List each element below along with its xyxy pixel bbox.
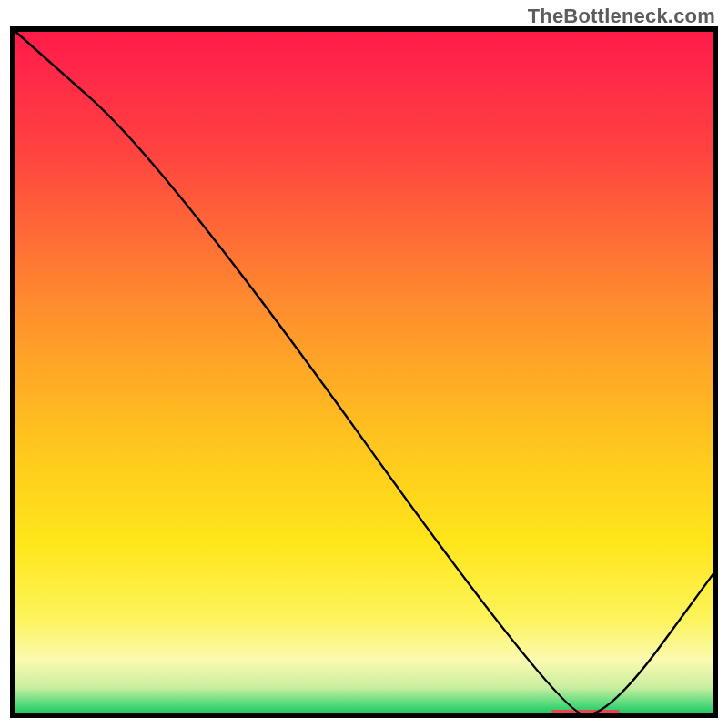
- gradient-background: [13, 29, 715, 715]
- chart-container: TheBottleneck.com: [0, 0, 728, 728]
- watermark-text: TheBottleneck.com: [528, 5, 715, 28]
- bottleneck-chart: [0, 0, 728, 728]
